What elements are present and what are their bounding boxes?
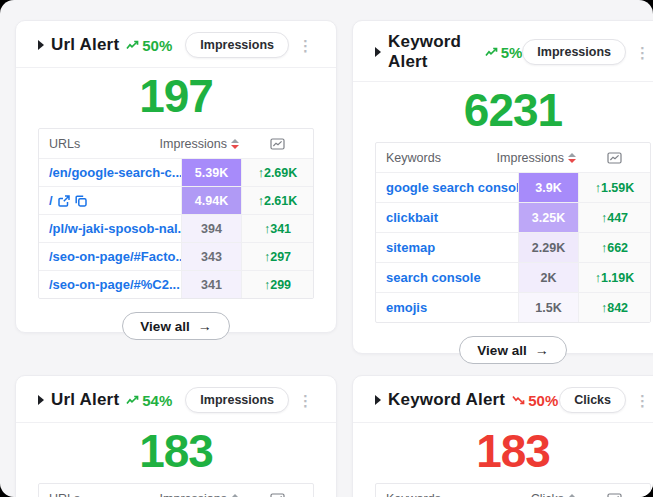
- change-value: ↑447: [578, 203, 650, 232]
- table-header-row: URLs Impressions: [39, 129, 313, 158]
- change-value: ↑842: [578, 293, 650, 322]
- url-link[interactable]: /seo-on-page/#%C2...: [39, 271, 181, 298]
- collapse-caret-icon[interactable]: [375, 395, 381, 405]
- card-title: Url Alert: [51, 390, 119, 410]
- trend-badge: 50%: [512, 392, 558, 409]
- change-value: ↑2.69K: [241, 159, 313, 186]
- metric-total: 183: [16, 428, 336, 474]
- card-title: Keyword Alert: [388, 390, 505, 410]
- impressions-value: 5.39K: [181, 159, 241, 186]
- alerts-table: Keywords Impressions google search conso…: [375, 142, 651, 323]
- table-row: clickbait 3.25K ↑447: [376, 202, 650, 232]
- copy-icon[interactable]: [75, 195, 87, 207]
- card-header: Url Alert 50% Impressions ⋮: [16, 21, 336, 68]
- chart-toggle-icon[interactable]: [578, 484, 650, 497]
- kebab-menu-icon[interactable]: ⋮: [297, 391, 314, 410]
- view-all-button[interactable]: View all→: [459, 336, 566, 364]
- dashboard: Url Alert 50% Impressions ⋮ 197 URLs Imp…: [0, 0, 653, 497]
- kebab-menu-icon[interactable]: ⋮: [634, 391, 651, 410]
- card-header: Keyword Alert 50% Clicks ⋮: [353, 376, 653, 423]
- change-value: ↑2.61K: [241, 187, 313, 214]
- chart-toggle-icon[interactable]: [241, 484, 313, 497]
- chart-toggle-icon[interactable]: [241, 129, 313, 158]
- sort-icon[interactable]: [568, 494, 576, 497]
- keyword-link[interactable]: search console: [376, 263, 518, 292]
- metric-total: 6231: [353, 87, 653, 133]
- keyword-alert-card-2: Keyword Alert 50% Clicks ⋮ 183 Keywords …: [352, 375, 653, 497]
- table-row: /seo-on-page/#%C2... 341 ↑299: [39, 270, 313, 298]
- url-link[interactable]: /seo-on-page/#Facto...: [39, 243, 181, 270]
- table-row: /pl/w-jaki-sposob-nal... 394 ↑341: [39, 214, 313, 242]
- change-value: ↑1.59K: [578, 173, 650, 202]
- keyword-alert-card-1: Keyword Alert 5% Impressions ⋮ 6231 Keyw…: [352, 20, 653, 354]
- table-row: /seo-on-page/#Facto... 343 ↑297: [39, 242, 313, 270]
- impressions-value: 1.5K: [518, 293, 578, 322]
- card-title: Keyword Alert: [388, 32, 478, 72]
- sort-icon[interactable]: [568, 153, 576, 163]
- trend-value: 50%: [142, 37, 172, 54]
- column-header-impressions[interactable]: Impressions: [181, 484, 241, 497]
- card-header: Keyword Alert 5% Impressions ⋮: [353, 21, 653, 82]
- kebab-menu-icon[interactable]: ⋮: [634, 43, 651, 62]
- table-row: google search console 3.9K ↑1.59K: [376, 172, 650, 202]
- trend-value: 5%: [501, 44, 523, 61]
- column-header-impressions[interactable]: Impressions: [518, 143, 578, 172]
- url-alert-card-1: Url Alert 50% Impressions ⋮ 197 URLs Imp…: [15, 20, 337, 333]
- table-row: / 4.94K ↑2.61K: [39, 186, 313, 214]
- change-value: ↑1.19K: [578, 263, 650, 292]
- trend-value: 54%: [142, 392, 172, 409]
- external-link-icon[interactable]: [58, 195, 70, 207]
- keyword-link[interactable]: clickbait: [376, 203, 518, 232]
- right-arrow-icon: →: [535, 342, 549, 358]
- alerts-table: URLs Impressions: [38, 483, 314, 497]
- metric-total: 183: [353, 428, 653, 474]
- impressions-value: 3.9K: [518, 173, 578, 202]
- view-all-button[interactable]: View all→: [122, 312, 229, 340]
- table-row: search console 2K ↑1.19K: [376, 262, 650, 292]
- metric-total: 197: [16, 73, 336, 119]
- metric-selector-button[interactable]: Impressions: [185, 32, 289, 58]
- table-row: sitemap 2.29K ↑662: [376, 232, 650, 262]
- trend-down-icon: [512, 395, 525, 405]
- keyword-link[interactable]: google search console: [376, 173, 518, 202]
- url-link[interactable]: /pl/w-jaki-sposob-nal...: [39, 215, 181, 242]
- kebab-menu-icon[interactable]: ⋮: [297, 36, 314, 55]
- change-value: ↑341: [241, 215, 313, 242]
- keyword-link[interactable]: emojis: [376, 293, 518, 322]
- impressions-value: 4.94K: [181, 187, 241, 214]
- table-row: emojis 1.5K ↑842: [376, 292, 650, 322]
- metric-selector-button[interactable]: Clicks: [559, 387, 626, 413]
- change-value: ↑297: [241, 243, 313, 270]
- column-header-impressions[interactable]: Impressions: [181, 129, 241, 158]
- metric-selector-button[interactable]: Impressions: [522, 39, 626, 65]
- column-header-keywords: Keywords: [376, 484, 518, 497]
- trend-up-icon: [485, 47, 498, 57]
- trend-value: 50%: [528, 392, 558, 409]
- impressions-value: 2.29K: [518, 233, 578, 262]
- sort-icon[interactable]: [231, 139, 239, 149]
- impressions-value: 3.25K: [518, 203, 578, 232]
- trend-badge: 5%: [485, 44, 523, 61]
- impressions-value: 2K: [518, 263, 578, 292]
- url-link[interactable]: /: [39, 187, 181, 214]
- collapse-caret-icon[interactable]: [38, 395, 44, 405]
- url-link[interactable]: /en/google-search-c...: [39, 159, 181, 186]
- table-row: /en/google-search-c... 5.39K ↑2.69K: [39, 158, 313, 186]
- collapse-caret-icon[interactable]: [375, 47, 381, 57]
- table-header-row: Keywords Clicks: [376, 484, 650, 497]
- change-value: ↑299: [241, 271, 313, 298]
- metric-selector-button[interactable]: Impressions: [185, 387, 289, 413]
- card-header: Url Alert 54% Impressions ⋮: [16, 376, 336, 423]
- trend-up-icon: [126, 395, 139, 405]
- keyword-link[interactable]: sitemap: [376, 233, 518, 262]
- trend-up-icon: [126, 40, 139, 50]
- sort-icon[interactable]: [231, 494, 239, 497]
- url-alert-card-2: Url Alert 54% Impressions ⋮ 183 URLs Imp…: [15, 375, 337, 497]
- right-arrow-icon: →: [198, 318, 212, 334]
- trend-badge: 54%: [126, 392, 172, 409]
- impressions-value: 394: [181, 215, 241, 242]
- chart-toggle-icon[interactable]: [578, 143, 650, 172]
- collapse-caret-icon[interactable]: [38, 40, 44, 50]
- column-header-clicks[interactable]: Clicks: [518, 484, 578, 497]
- change-value: ↑662: [578, 233, 650, 262]
